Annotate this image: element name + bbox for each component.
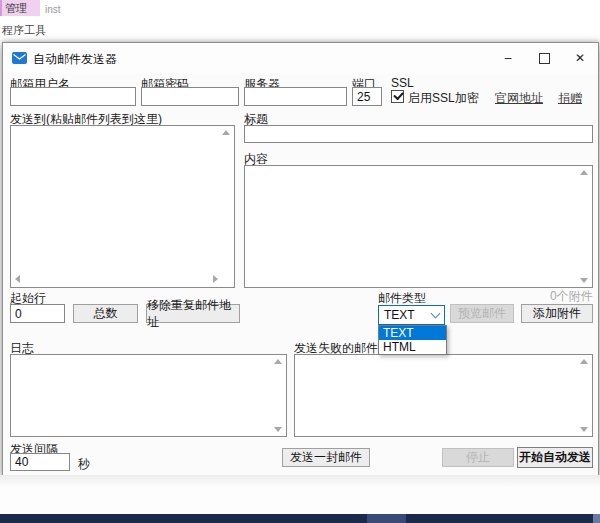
scroll-left-icon[interactable] (15, 275, 20, 283)
scroll-down-icon[interactable] (274, 427, 282, 432)
taskbar (0, 514, 600, 523)
stop-button: 停止 (442, 448, 514, 467)
server-input[interactable] (244, 87, 347, 106)
maximize-icon (539, 53, 550, 64)
email-app-icon (12, 52, 27, 64)
send-interval-input[interactable] (10, 453, 70, 471)
log-textarea[interactable] (11, 355, 286, 436)
username-input[interactable] (10, 87, 136, 106)
scroll-up-icon[interactable] (222, 130, 230, 135)
failed-addresses-textarea-frame (294, 354, 593, 437)
scroll-down-icon[interactable] (580, 278, 588, 283)
donate-link[interactable]: 捐赠 (558, 90, 582, 107)
mail-type-selected-value: TEXT (384, 308, 415, 322)
dropdown-option-html[interactable]: HTML (379, 340, 446, 354)
scroll-up-icon[interactable] (274, 359, 282, 364)
checkmark-icon (393, 90, 403, 101)
ssl-label: SSL (391, 76, 414, 90)
ssl-checkbox-label[interactable]: 启用SSL加密 (408, 90, 479, 107)
explorer-background-area (0, 475, 600, 514)
chevron-down-icon (431, 309, 441, 319)
titlebar[interactable]: 自动邮件发送器 – ✕ (3, 43, 598, 73)
explorer-ribbon-tab-manage[interactable]: 管理 (0, 0, 40, 16)
mail-sender-window: 自动邮件发送器 – ✕ 邮箱用户名 邮箱密码 服务器 端口 SSL 启用SSL加… (2, 42, 599, 476)
log-textarea-frame (10, 354, 287, 437)
taskbar-corner (593, 514, 600, 523)
website-link[interactable]: 官网地址 (495, 90, 543, 107)
recipients-textarea-frame (10, 125, 235, 288)
start-auto-send-button[interactable]: 开始自动发送 (517, 447, 593, 468)
add-attachment-button[interactable]: 添加附件 (521, 304, 593, 323)
minimize-button[interactable]: – (490, 43, 526, 73)
remove-duplicates-button[interactable]: 移除重复邮件地址 (146, 304, 240, 323)
content-textarea[interactable] (245, 166, 592, 287)
scroll-up-icon[interactable] (580, 170, 588, 175)
window-title: 自动邮件发送器 (33, 51, 117, 68)
password-input[interactable] (141, 87, 239, 106)
explorer-window-title-fragment: inst (45, 4, 61, 15)
mail-type-combobox[interactable]: TEXT (378, 305, 445, 325)
scroll-down-icon[interactable] (580, 427, 588, 432)
dropdown-option-text[interactable]: TEXT (379, 326, 446, 340)
preview-mail-button: 预览邮件 (450, 304, 514, 323)
scroll-right-icon[interactable] (213, 275, 218, 283)
seconds-unit-label: 秒 (78, 456, 90, 473)
close-button[interactable]: ✕ (562, 43, 598, 73)
start-line-input[interactable] (10, 304, 65, 323)
failed-addresses-textarea[interactable] (295, 355, 592, 436)
explorer-program-tools-label: 程序工具 (2, 23, 46, 38)
port-input[interactable] (352, 87, 382, 106)
send-one-mail-button[interactable]: 发送一封邮件 (282, 448, 370, 467)
maximize-button[interactable] (526, 43, 562, 73)
scroll-up-icon[interactable] (580, 359, 588, 364)
content-textarea-frame (244, 165, 593, 288)
total-count-button[interactable]: 总数 (73, 304, 138, 323)
mail-type-dropdown-list: TEXT HTML (378, 325, 447, 355)
screen: 管理 inst 程序工具 自动邮件发送器 – ✕ 邮箱用户名 邮箱密码 服务器 (0, 0, 600, 523)
recipients-textarea[interactable] (11, 126, 234, 287)
taskbar-active-app-button[interactable] (367, 514, 406, 523)
ssl-checkbox[interactable] (391, 90, 404, 103)
subject-input[interactable] (244, 125, 593, 143)
attachment-count-label: 0个附件 (550, 288, 593, 305)
